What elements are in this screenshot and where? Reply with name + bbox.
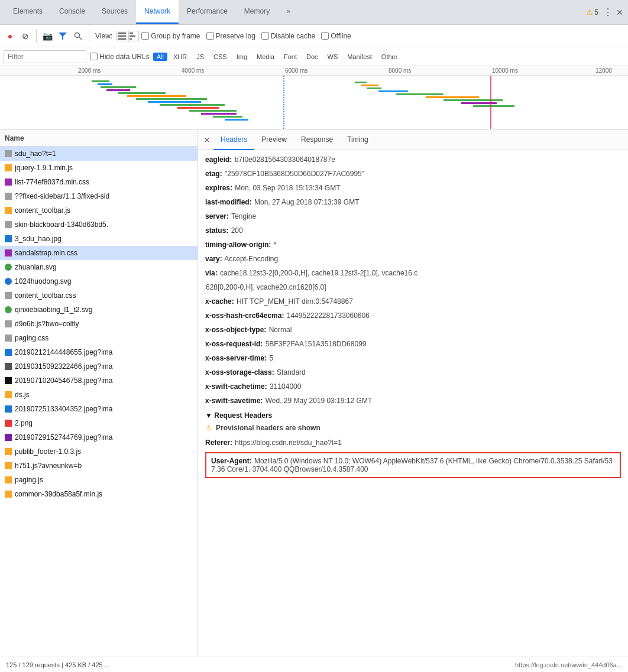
filter-tag-js[interactable]: JS — [193, 53, 208, 61]
file-item-10[interactable]: content_toolbar.css — [0, 288, 198, 303]
view-label: View: — [95, 32, 112, 40]
search-button[interactable] — [72, 30, 85, 43]
file-item-20[interactable]: 20190729152744769.jpeg?ima — [0, 430, 198, 444]
offline-checkbox[interactable] — [321, 32, 329, 40]
file-icon-19 — [5, 420, 12, 427]
file-icon-11 — [5, 306, 12, 313]
view-list-button[interactable] — [116, 31, 127, 41]
tab-timing[interactable]: Timing — [340, 130, 375, 150]
tab-memory[interactable]: Memory — [236, 0, 278, 24]
file-item-12[interactable]: d9o6b.js?bwo=coltly — [0, 317, 198, 331]
disable-cache-checkbox[interactable] — [261, 32, 269, 40]
header-row-x-swift-save: x-swift-savetime: Wed, 29 May 2019 03:19… — [205, 394, 621, 408]
hide-data-urls-checkbox[interactable] — [90, 53, 98, 60]
tab-response[interactable]: Response — [294, 130, 340, 150]
file-item-19[interactable]: 2.png — [0, 416, 198, 430]
file-icon-16 — [5, 377, 12, 384]
filter-tag-ws[interactable]: WS — [324, 53, 342, 61]
filter-tag-other[interactable]: Other — [378, 53, 402, 61]
svg-rect-8 — [130, 38, 132, 40]
file-item-16[interactable]: 20190710204546758.jpeg?ima — [0, 374, 198, 388]
filter-tag-css[interactable]: CSS — [210, 53, 231, 61]
view-waterfall-button[interactable] — [128, 31, 139, 41]
tab-sources[interactable]: Sources — [93, 0, 136, 24]
svg-rect-11 — [101, 86, 136, 88]
file-item-9[interactable]: 1024huodong.svg — [0, 274, 198, 288]
file-item-21[interactable]: publib_footer-1.0.3.js — [0, 444, 198, 459]
file-icon-15 — [5, 363, 12, 370]
file-item-23[interactable]: paging.js — [0, 473, 198, 487]
svg-rect-13 — [118, 92, 166, 94]
close-icon[interactable]: ✕ — [616, 8, 623, 17]
file-item-22[interactable]: h751.js?avneunkw=b — [0, 459, 198, 473]
filter-tag-media[interactable]: Media — [253, 53, 278, 61]
preserve-log-checkbox[interactable] — [206, 32, 214, 40]
file-icon-6 — [5, 235, 12, 242]
filter-button[interactable] — [56, 30, 69, 43]
close-panel-button[interactable]: ✕ — [200, 134, 213, 147]
file-item-5[interactable]: skin-blackboard-1340d63bd5. — [0, 217, 198, 232]
record-button[interactable]: ● — [4, 30, 17, 43]
file-icon-8 — [5, 264, 12, 271]
file-item-17[interactable]: ds.js — [0, 388, 198, 402]
file-icon-9 — [5, 278, 12, 285]
request-headers-title[interactable]: ▼ Request Headers — [205, 408, 621, 422]
file-icon-4 — [5, 207, 12, 214]
file-name-10: content_toolbar.css — [15, 291, 76, 300]
file-item-14[interactable]: 20190212144448655.jpeg?ima — [0, 345, 198, 359]
more-icon[interactable]: ⋮ — [603, 7, 613, 18]
filter-input[interactable] — [4, 50, 86, 63]
filter-tag-all[interactable]: All — [153, 53, 167, 61]
group-by-frame-checkbox[interactable] — [141, 32, 149, 40]
filter-tag-img[interactable]: Img — [233, 53, 251, 61]
headers-tabs: ✕ Headers Preview Response Timing — [198, 130, 628, 150]
file-name-20: 20190729152744769.jpeg?ima — [15, 433, 113, 441]
provisional-text: Provisional headers are shown — [216, 424, 321, 432]
tab-headers[interactable]: Headers — [213, 130, 254, 150]
file-item-2[interactable]: list-774ef8037d.min.css — [0, 175, 198, 189]
hide-data-urls-label[interactable]: Hide data URLs — [90, 53, 150, 61]
tab-more[interactable]: » — [278, 0, 299, 24]
filter-tag-xhr[interactable]: XHR — [170, 53, 190, 61]
file-item-7[interactable]: sandalstrap.min.css — [0, 246, 198, 260]
file-item-24[interactable]: common-39dba58a5f.min.js — [0, 487, 198, 501]
file-item-6[interactable]: 3_sdu_hao.jpg — [0, 232, 198, 246]
tab-console[interactable]: Console — [51, 0, 93, 24]
filter-tag-doc[interactable]: Doc — [303, 53, 322, 61]
tab-network[interactable]: Network — [136, 0, 179, 24]
header-row-x-oss-server: x-oss-server-time: 5 — [205, 351, 621, 365]
file-item-15[interactable]: 20190315092322466.jpeg?ima — [0, 359, 198, 374]
filter-tag-manifest[interactable]: Manifest — [344, 53, 375, 61]
group-by-frame-label[interactable]: Group by frame — [141, 32, 200, 40]
capture-screenshot-button[interactable]: 📷 — [41, 30, 54, 43]
file-name-7: sandalstrap.min.css — [15, 249, 77, 257]
file-item-11[interactable]: qinxiebiaobing_l1_t2.svg — [0, 303, 198, 317]
file-item-8[interactable]: zhuanlan.svg — [0, 260, 198, 274]
disable-cache-label[interactable]: Disable cache — [261, 32, 315, 40]
file-item-3[interactable]: ??fixed-sidebar/1.1.3/fixed-sid — [0, 189, 198, 203]
svg-rect-5 — [118, 38, 126, 40]
svg-rect-4 — [118, 35, 126, 37]
file-item-18[interactable]: 20190725133404352.jpeg?ima — [0, 402, 198, 416]
file-item-0[interactable]: sdu_hao?t=1 — [0, 147, 198, 161]
file-icon-12 — [5, 320, 12, 327]
file-item-13[interactable]: paging.css — [0, 331, 198, 345]
file-icon-22 — [5, 462, 12, 469]
filter-row: Hide data URLs All XHR JS CSS Img Media … — [0, 47, 628, 66]
file-name-5: skin-blackboard-1340d63bd5. — [15, 220, 108, 229]
tab-performance[interactable]: Performance — [179, 0, 236, 24]
file-item-1[interactable]: jquery-1.9.1.min.js — [0, 161, 198, 175]
file-name-0: sdu_hao?t=1 — [15, 150, 56, 158]
timeline-content[interactable] — [0, 76, 628, 129]
tab-preview[interactable]: Preview — [254, 130, 294, 150]
tab-elements[interactable]: Elements — [5, 0, 51, 24]
network-toolbar: ● ⊘ 📷 View: Group by frame Preserve log … — [0, 25, 628, 47]
file-item-4[interactable]: content_toolbar.js — [0, 203, 198, 217]
filter-tag-font[interactable]: Font — [280, 53, 300, 61]
file-icon-14 — [5, 349, 12, 356]
preserve-log-label[interactable]: Preserve log — [206, 32, 255, 40]
header-row-x-swift-cache: x-swift-cachetime: 31104000 — [205, 379, 621, 394]
stop-recording-button[interactable]: ⊘ — [19, 30, 32, 43]
offline-label[interactable]: Offline — [321, 32, 351, 40]
status-bar: 125 / 129 requests | 425 KB / 425 ... ht… — [0, 657, 628, 672]
